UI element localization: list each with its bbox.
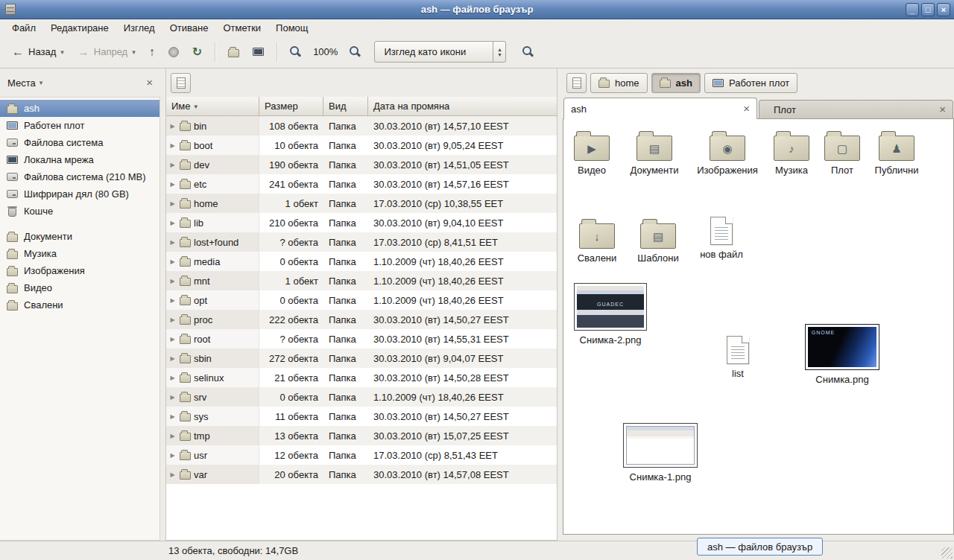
- home-button[interactable]: [222, 42, 245, 62]
- menu-help[interactable]: Помощ: [268, 20, 315, 36]
- expander-icon[interactable]: ▶: [168, 123, 177, 130]
- table-row[interactable]: ▶dev190 обектаПапка30.03.2010 (вт) 14,51…: [166, 155, 557, 174]
- expander-icon[interactable]: ▶: [168, 258, 177, 265]
- back-button[interactable]: ← Назад ▾: [6, 42, 70, 62]
- minimize-button[interactable]: _: [906, 3, 919, 16]
- expander-icon[interactable]: ▶: [168, 375, 177, 381]
- table-row[interactable]: ▶etc241 обектаПапка30.03.2010 (вт) 14,57…: [166, 174, 557, 194]
- menu-bookmarks[interactable]: Отметки: [215, 20, 268, 36]
- path-button-home[interactable]: home: [590, 73, 648, 93]
- resize-grip[interactable]: [941, 547, 953, 559]
- path-button-desktop[interactable]: Работен плот: [704, 73, 797, 93]
- zoom-out-button[interactable]: [284, 42, 307, 62]
- up-button[interactable]: ↑: [143, 42, 161, 62]
- icon-item[interactable]: ▶Видео: [558, 130, 625, 176]
- pane-resize-handle[interactable]: [160, 69, 165, 541]
- menu-go[interactable]: Отиване: [162, 20, 216, 36]
- icon-item[interactable]: нов файл: [688, 214, 755, 260]
- expander-icon[interactable]: ▶: [168, 316, 177, 323]
- maximize-button[interactable]: □: [921, 3, 935, 16]
- expander-icon[interactable]: ▶: [168, 336, 177, 343]
- path-button-ash[interactable]: ash: [651, 73, 701, 93]
- sidebar-close-icon[interactable]: ×: [146, 77, 153, 88]
- table-row[interactable]: ▶usr12 обектаПапка17.03.2010 (ср) 8,51,4…: [166, 445, 557, 465]
- expander-icon[interactable]: ▶: [168, 297, 177, 304]
- expander-icon[interactable]: ▶: [168, 181, 177, 188]
- icon-view[interactable]: ▶Видео▤Документи◉Изображения♪Музика▢Плот…: [563, 119, 954, 535]
- expander-icon[interactable]: ▶: [168, 239, 177, 246]
- expander-icon[interactable]: ▶: [168, 142, 177, 149]
- sidebar-item[interactable]: Файлова система: [0, 134, 159, 151]
- expander-icon[interactable]: ▶: [168, 433, 177, 439]
- table-row[interactable]: ▶home1 обектПапка17.03.2010 (ср) 10,38,5…: [166, 194, 557, 213]
- stop-button[interactable]: [162, 42, 185, 62]
- spinner-arrows-icon[interactable]: ▴▾: [493, 42, 505, 62]
- table-row[interactable]: ▶var20 обектаПапка30.03.2010 (вт) 14,57,…: [166, 465, 557, 484]
- sidebar-item[interactable]: Документи: [0, 228, 159, 245]
- sidebar-item[interactable]: Локална мрежа: [0, 151, 159, 168]
- table-row[interactable]: ▶selinux21 обектаПапка30.03.2010 (вт) 14…: [166, 368, 557, 387]
- column-header-date[interactable]: Дата на промяна: [368, 97, 557, 116]
- icon-item[interactable]: ↓Свалени: [563, 218, 631, 264]
- table-row[interactable]: ▶boot10 обектаПапка30.03.2010 (вт) 9,05,…: [166, 136, 557, 155]
- titlebar[interactable]: ash — файлов браузър _ □ ×: [0, 0, 954, 19]
- tab-plot[interactable]: Плот ×: [759, 100, 953, 118]
- table-row[interactable]: ▶opt0 обектаПапка1.10.2009 (чт) 18,40,26…: [166, 290, 557, 310]
- sidebar-item[interactable]: Изображения: [0, 262, 159, 279]
- table-row[interactable]: ▶sbin272 обектаПапка30.03.2010 (вт) 9,04…: [166, 349, 557, 368]
- table-row[interactable]: ▶tmp13 обектаПапка30.03.2010 (вт) 15,07,…: [166, 426, 557, 445]
- sidebar-item[interactable]: Файлова система (210 MB): [0, 168, 159, 185]
- sidebar-item[interactable]: Работен плот: [0, 117, 159, 134]
- icon-item[interactable]: GNOMEСнимка.png: [803, 324, 882, 385]
- location-toggle-button[interactable]: [566, 73, 587, 93]
- column-header-type[interactable]: Вид: [323, 97, 368, 116]
- table-row[interactable]: ▶mnt1 обектПапка1.10.2009 (чт) 18,40,26 …: [166, 271, 557, 290]
- table-row[interactable]: ▶srv0 обектаПапка1.10.2009 (чт) 18,40,26…: [166, 387, 557, 407]
- tab-close-icon[interactable]: ×: [743, 104, 750, 114]
- icon-item[interactable]: ♟Публични: [863, 130, 930, 176]
- expander-icon[interactable]: ▶: [168, 355, 177, 362]
- sidebar-item[interactable]: Кошче: [0, 203, 159, 220]
- chevron-down-icon[interactable]: ▾: [40, 79, 43, 86]
- reload-button[interactable]: ↻: [186, 40, 208, 63]
- icon-item[interactable]: list: [704, 334, 771, 379]
- menu-view[interactable]: Изглед: [116, 20, 162, 36]
- expander-icon[interactable]: ▶: [168, 278, 177, 284]
- table-row[interactable]: ▶lib210 обектаПапка30.03.2010 (вт) 9,04,…: [166, 213, 557, 232]
- icon-item[interactable]: GUADECСнимка-2.png: [571, 283, 650, 346]
- sidebar-item[interactable]: ash: [0, 100, 159, 117]
- tab-ash[interactable]: ash ×: [563, 98, 757, 119]
- table-row[interactable]: ▶sys11 обектаПапка30.03.2010 (вт) 14,50,…: [166, 407, 557, 426]
- expander-icon[interactable]: ▶: [168, 452, 177, 459]
- computer-button[interactable]: [247, 43, 270, 60]
- location-toggle-button[interactable]: [171, 73, 191, 93]
- tab-close-icon[interactable]: ×: [939, 104, 946, 115]
- sidebar-title[interactable]: Места: [7, 77, 36, 89]
- expander-icon[interactable]: ▶: [168, 200, 177, 207]
- menu-edit[interactable]: Редактиране: [43, 20, 116, 36]
- table-row[interactable]: ▶lost+found? обектаПапка17.03.2010 (ср) …: [166, 232, 557, 252]
- view-mode-select[interactable]: Изглед като икони ▴▾: [374, 41, 506, 63]
- table-row[interactable]: ▶proc222 обектаПапка30.03.2010 (вт) 14,5…: [166, 310, 557, 329]
- expander-icon[interactable]: ▶: [168, 471, 177, 478]
- forward-button[interactable]: → Напред ▾: [72, 42, 142, 62]
- table-row[interactable]: ▶bin108 обектаПапка30.03.2010 (вт) 14,57…: [166, 116, 557, 136]
- table-row[interactable]: ▶media0 обектаПапка1.10.2009 (чт) 18,40,…: [166, 252, 557, 271]
- icon-item[interactable]: ▤Шаблони: [625, 218, 692, 264]
- column-header-size[interactable]: Размер: [259, 97, 323, 116]
- icon-item[interactable]: ◉Изображения: [694, 130, 761, 176]
- menu-file[interactable]: Файл: [4, 20, 43, 36]
- sidebar-item[interactable]: Музика: [0, 245, 159, 262]
- zoom-in-button[interactable]: [344, 42, 367, 62]
- expander-icon[interactable]: ▶: [168, 162, 177, 168]
- table-row[interactable]: ▶root? обектаПапка30.03.2010 (вт) 14,55,…: [166, 329, 557, 349]
- sidebar-item[interactable]: Свалени: [0, 296, 159, 314]
- taskbar-window-button[interactable]: ash — файлов браузър: [697, 538, 823, 556]
- icon-item[interactable]: Снимка-1.png: [621, 423, 700, 483]
- expander-icon[interactable]: ▶: [168, 394, 177, 401]
- column-header-name[interactable]: Име▾: [166, 97, 259, 116]
- expander-icon[interactable]: ▶: [168, 220, 177, 226]
- sidebar-item[interactable]: Видео: [0, 279, 159, 296]
- expander-icon[interactable]: ▶: [168, 413, 177, 420]
- close-button[interactable]: ×: [937, 3, 950, 16]
